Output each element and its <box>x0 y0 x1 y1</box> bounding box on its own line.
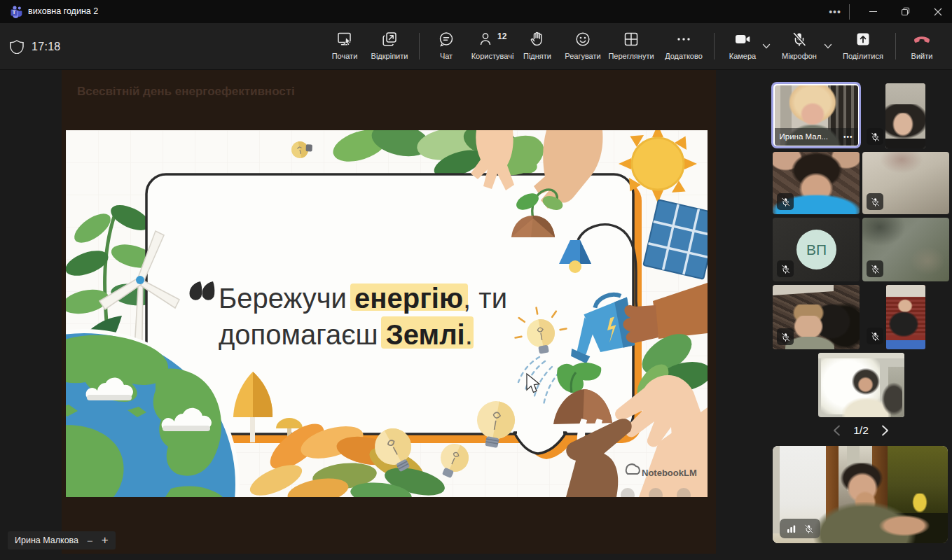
svg-text:NotebookLM: NotebookLM <box>642 468 697 478</box>
svg-text:T: T <box>13 9 16 15</box>
svg-text:Бережучи енергію, ти: Бережучи енергію, ти <box>219 283 507 314</box>
svg-text:допомагаєш Землі.: допомагаєш Землі. <box>219 319 473 350</box>
